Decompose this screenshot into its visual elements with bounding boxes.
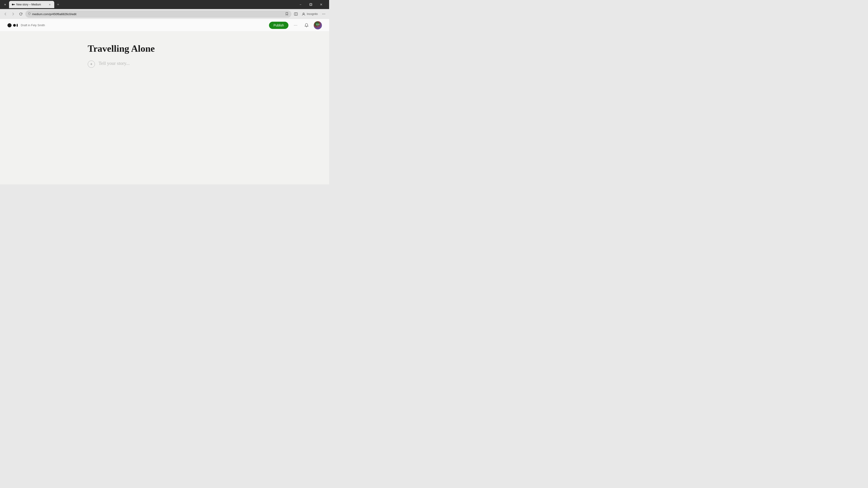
svg-point-17 <box>317 25 319 27</box>
minimize-button[interactable]: − <box>295 0 306 9</box>
editor-container: Travelling Alone + Tell your story... <box>88 43 241 68</box>
medium-logo[interactable] <box>7 23 18 28</box>
bookmark-icon[interactable] <box>285 12 289 16</box>
browser-chrome: ▾ New story – Medium ✕ + <box>0 0 329 19</box>
svg-point-9 <box>323 14 324 14</box>
add-content-button[interactable]: + <box>88 61 95 68</box>
page-content: Draft in Fely Smith Publish ··· <box>0 19 329 184</box>
tab-list-button[interactable]: ▾ <box>3 2 7 7</box>
new-tab-button[interactable]: + <box>55 2 61 7</box>
window-controls: − ✕ <box>295 0 327 9</box>
nav-actions: Incognito <box>293 11 327 17</box>
publish-button[interactable]: Publish <box>269 22 288 29</box>
close-button[interactable]: ✕ <box>316 0 327 9</box>
tab-bar: ▾ New story – Medium ✕ + <box>3 1 295 8</box>
split-view-button[interactable] <box>293 11 299 17</box>
story-body-area: + Tell your story... <box>88 60 241 68</box>
svg-point-16 <box>318 24 320 25</box>
tab-favicon <box>12 3 15 6</box>
nav-bar: medium.com/p/450f6a6826c0/edit I <box>0 9 329 19</box>
more-menu-button[interactable]: ··· <box>292 22 299 29</box>
url-text: medium.com/p/450f6a6826c0/edit <box>32 13 284 15</box>
svg-point-12 <box>13 24 16 27</box>
maximize-button[interactable] <box>306 0 316 9</box>
svg-point-11 <box>7 23 11 27</box>
tab-close-button[interactable]: ✕ <box>48 3 52 6</box>
incognito-button[interactable]: Incognito <box>300 11 320 17</box>
more-options-button[interactable] <box>320 11 327 17</box>
medium-logo-area: Draft in Fely Smith <box>7 23 45 28</box>
svg-point-1 <box>13 4 14 5</box>
svg-point-13 <box>17 24 18 27</box>
svg-point-0 <box>12 4 13 5</box>
svg-rect-4 <box>310 4 311 5</box>
story-title[interactable]: Travelling Alone <box>88 43 241 54</box>
medium-header: Draft in Fely Smith Publish ··· <box>0 19 329 32</box>
header-actions: Publish ··· <box>269 21 322 29</box>
refresh-button[interactable] <box>18 11 24 17</box>
svg-point-7 <box>303 13 304 14</box>
notifications-button[interactable] <box>303 22 310 29</box>
url-bar[interactable]: medium.com/p/450f6a6826c0/edit <box>25 10 291 18</box>
incognito-label: Incognito <box>307 12 318 15</box>
avatar[interactable] <box>314 21 322 29</box>
svg-point-10 <box>324 14 325 14</box>
forward-button[interactable] <box>10 11 16 17</box>
active-tab[interactable]: New story – Medium ✕ <box>9 1 54 8</box>
story-placeholder[interactable]: Tell your story... <box>98 60 130 66</box>
svg-point-8 <box>322 14 323 14</box>
back-button[interactable] <box>2 11 8 17</box>
security-icon <box>28 12 31 16</box>
title-bar: ▾ New story – Medium ✕ + <box>0 0 329 9</box>
draft-label: Draft in Fely Smith <box>21 24 45 27</box>
tab-title: New story – Medium <box>16 3 46 6</box>
